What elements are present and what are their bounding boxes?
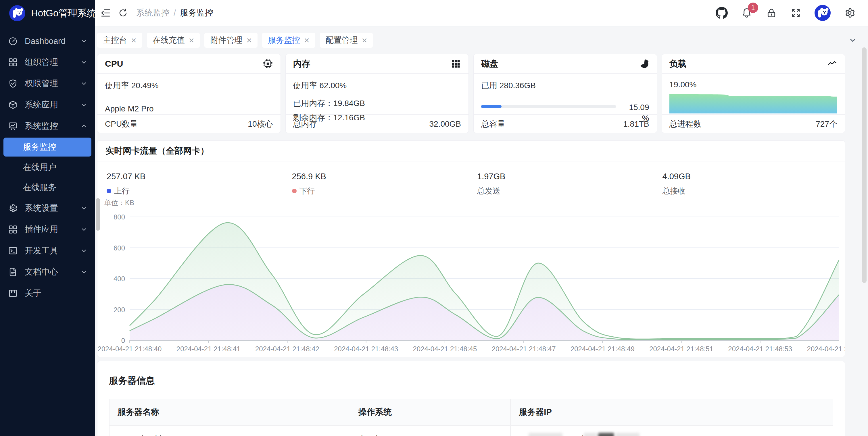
svg-text:2024-04-21 21:48:41: 2024-04-21 21:48:41 — [177, 345, 241, 353]
sidebar-subitem[interactable]: 服务监控 — [3, 138, 91, 157]
tab-close-icon[interactable]: × — [131, 36, 136, 45]
sidebar-item[interactable]: 关于 — [0, 282, 95, 304]
tab-label: 在线充值 — [153, 35, 185, 46]
avatar[interactable] — [814, 5, 831, 21]
about-icon — [8, 289, 18, 298]
breadcrumb-separator: / — [174, 8, 176, 18]
sidebar-item[interactable]: Dashboard — [0, 30, 95, 52]
tabs-dropdown-chevron-icon[interactable] — [848, 35, 858, 45]
traffic-stat-value: 256.9 KB — [292, 172, 474, 181]
redacted-block — [584, 433, 597, 436]
tab-item[interactable]: 在线充值× — [147, 33, 200, 48]
tab-close-icon[interactable]: × — [246, 36, 252, 45]
table-row[interactable]: mengshuaideMBPdarwin191.27 / .238 — [110, 425, 833, 436]
org-grid-icon — [8, 58, 18, 67]
sidebar-subitem[interactable]: 在线用户 — [0, 157, 95, 177]
topbar-actions: 1 — [716, 5, 855, 21]
traffic-stat-value: 4.09GB — [662, 172, 845, 181]
disk-percent-label: 15.09 % — [619, 102, 649, 124]
traffic-panel-title: 实时网卡流量（全部网卡） — [97, 141, 845, 161]
sidebar-item[interactable]: 插件应用 — [0, 219, 95, 240]
memory-usage: 使用率 62.00% — [293, 80, 461, 91]
svg-text:2024-04-21 21:48:51: 2024-04-21 21:48:51 — [649, 345, 713, 353]
svg-text:600: 600 — [114, 244, 125, 252]
chevron-down-icon — [80, 79, 88, 88]
topbar: 系统监控 / 服务监控 1 — [95, 0, 868, 26]
svg-text:2024-04-21 21:48:47: 2024-04-21 21:48:47 — [492, 345, 556, 353]
tab-close-icon[interactable]: × — [362, 36, 367, 45]
sidebar-item[interactable]: 系统监控 — [0, 115, 95, 137]
tab-close-icon[interactable]: × — [189, 36, 194, 45]
disk-progress-fill — [481, 105, 501, 108]
traffic-area-chart: 0200400600800单位：KB2024-04-21 21:48:40202… — [97, 195, 845, 357]
traffic-stats: 257.07 KB上行256.9 KB下行1.97GB总发送4.09GB总接收 — [97, 161, 845, 196]
redacted-block — [529, 433, 562, 436]
server-info-panel: 服务器信息 服务器名称操作系统服务器IPmengshuaideMBPdarwin… — [97, 361, 845, 436]
traffic-panel: 实时网卡流量（全部网卡） 257.07 KB上行256.9 KB下行1.97GB… — [97, 140, 845, 357]
sidebar: HotGo管理系统 Dashboard组织管理权限管理系统应用系统监控服务监控在… — [0, 0, 95, 436]
chevron-up-icon — [80, 122, 88, 130]
disk-card: 磁盘 已用 280.36GB 15.09 % 总容量 1.81TB — [473, 54, 657, 133]
sidebar-item[interactable]: 组织管理 — [0, 52, 95, 73]
table-header-cell: 服务器名称 — [110, 399, 350, 425]
svg-text:400: 400 — [114, 275, 125, 282]
sidebar-item[interactable]: 文档中心 — [0, 261, 95, 282]
sidebar-item[interactable]: 权限管理 — [0, 73, 95, 94]
legend-dot-icon — [106, 189, 111, 193]
tab-item[interactable]: 主控台× — [97, 33, 142, 48]
disk-progress-track — [481, 105, 616, 108]
menu-fold-icon[interactable] — [100, 7, 111, 19]
chevron-down-icon — [80, 226, 88, 234]
breadcrumb: 系统监控 / 服务监控 — [136, 7, 213, 19]
cpu-card: CPU 使用率 20.49% Apple M2 Pro CPU数量 10核心 — [97, 54, 281, 133]
tab-item[interactable]: 配置管理× — [320, 33, 373, 48]
tab-close-icon[interactable]: × — [304, 36, 310, 45]
load-card: 负载 19.00% 总进程数 727个 — [662, 54, 845, 133]
svg-text:2024-04-21 21:48:53: 2024-04-21 21:48:53 — [728, 345, 792, 353]
redacted-block — [598, 433, 614, 436]
cpu-usage: 使用率 20.49% — [105, 80, 273, 91]
cpu-footer-label: CPU数量 — [105, 119, 138, 130]
gauge-icon — [8, 36, 18, 46]
settings-gear-icon[interactable] — [844, 7, 855, 19]
page-scrollbar-thumb[interactable] — [862, 47, 867, 283]
chevron-down-icon — [80, 37, 88, 45]
table-header-cell: 操作系统 — [350, 399, 511, 425]
logo-row[interactable]: HotGo管理系统 — [0, 0, 95, 26]
shield-check-icon — [8, 79, 18, 89]
server-info-table: 服务器名称操作系统服务器IPmengshuaideMBPdarwin191.27… — [109, 399, 833, 436]
tab-item[interactable]: 服务监控× — [262, 33, 315, 48]
svg-text:2024-04-21 21:48:49: 2024-04-21 21:48:49 — [570, 345, 634, 353]
memory-card: 内存 使用率 62.00% 已用内存：19.84GB 剩余内存：12.16GB … — [285, 54, 469, 133]
load-footer-value: 727个 — [816, 119, 837, 130]
svg-text:2024-04-21 21:48:42: 2024-04-21 21:48:42 — [255, 345, 319, 353]
breadcrumb-parent[interactable]: 系统监控 — [136, 7, 169, 19]
github-icon[interactable] — [716, 7, 728, 19]
table-header-row: 服务器名称操作系统服务器IP — [110, 399, 833, 425]
tab-item[interactable]: 附件管理× — [204, 33, 257, 48]
content-scrollbar-thumb[interactable] — [96, 198, 100, 231]
sidebar-item[interactable]: 开发工具 — [0, 240, 95, 261]
chevron-down-icon — [80, 101, 88, 109]
chevron-down-icon — [80, 268, 88, 276]
svg-text:0: 0 — [121, 337, 125, 344]
disk-used: 已用 280.36GB — [481, 80, 649, 91]
sidebar-item-label: 系统应用 — [25, 99, 80, 110]
refresh-icon[interactable] — [118, 8, 128, 18]
chevron-down-icon — [80, 58, 88, 66]
sidebar-subitem[interactable]: 在线服务 — [0, 177, 95, 198]
server-os-cell: darwin — [350, 426, 511, 436]
legend-dot-icon — [292, 189, 297, 193]
tab-label: 附件管理 — [210, 35, 242, 46]
lock-icon[interactable] — [766, 7, 777, 19]
notification-badge: 1 — [748, 3, 758, 13]
fullscreen-icon[interactable] — [790, 7, 801, 19]
chevron-down-icon — [80, 204, 88, 212]
sidebar-item[interactable]: 系统设置 — [0, 198, 95, 219]
sidebar-item[interactable]: 系统应用 — [0, 94, 95, 115]
svg-text:2024-04-21 21:48:40: 2024-04-21 21:48:40 — [98, 345, 162, 353]
server-info-title: 服务器信息 — [109, 361, 833, 387]
table-header-cell: 服务器IP — [511, 399, 833, 425]
notifications-button[interactable]: 1 — [741, 7, 752, 19]
cpu-chip-icon — [263, 59, 273, 69]
